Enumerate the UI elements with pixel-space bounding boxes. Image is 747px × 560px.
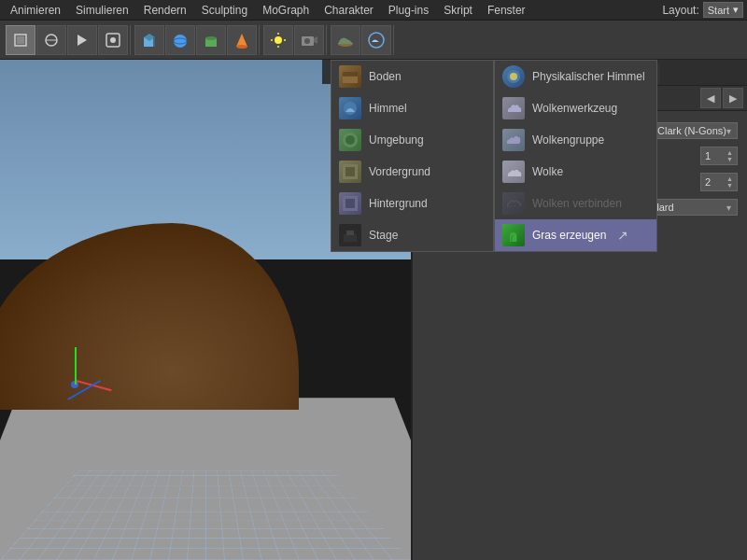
tool-render[interactable] [98,25,128,55]
menu-skript[interactable]: Skript [437,2,479,19]
layout-section: Layout: Start ▾ [662,2,743,18]
chevron-down-icon: ▾ [733,4,739,16]
wolkengruppe-label: Wolkengruppe [532,133,604,147]
toolbar-group-objects [133,25,260,55]
panel-scroll-left[interactable]: ◀ [700,88,721,108]
menu-bar: Animieren Simulieren Rendern Sculpting M… [0,0,747,21]
prop-spinner-arrows-renderer: ▲▼ [726,175,733,189]
prop-spinner-arrows-editor: ▲▼ [726,149,733,162]
dropdown-item-umgebung[interactable]: Umgebung [331,124,493,156]
dropdown-item-hintergrund[interactable]: Hintergrund [331,188,493,219]
dropdown-item-wolke[interactable]: Wolke [495,156,656,188]
boden-label: Boden [369,70,402,83]
wolke-label: Wolke [532,165,563,178]
wolkenwerkzeug-label: Wolkenwerkzeug [532,102,617,115]
prop-text-editor: 1 [705,150,711,161]
menu-mograph[interactable]: MoGraph [256,2,316,19]
wolken-verbinden-label: Wolken verbinden [532,197,622,210]
svg-rect-26 [343,76,358,83]
tool-animate[interactable] [67,25,97,55]
tool-sky[interactable] [361,25,391,55]
main-toolbar [0,21,747,60]
layout-dropdown[interactable]: Start ▾ [703,2,743,18]
wolke-icon [502,161,525,183]
tool-model[interactable] [6,25,35,55]
umgebung-label: Umgebung [369,133,424,147]
menu-animieren[interactable]: Animieren [4,2,67,19]
tool-cylinder[interactable] [196,25,226,55]
cursor-indicator: ↗ [617,228,628,243]
stage-icon [339,224,361,246]
dropdown-col1: Boden Himmel Umgebung Vordergrund Hinter… [331,60,494,252]
svg-point-16 [275,36,282,44]
dropdown-item-phys-himmel[interactable]: Physikalischer Himmel [495,61,656,92]
stage-label: Stage [369,229,398,242]
prop-value-renderer[interactable]: 2 ▲▼ [700,173,738,191]
svg-point-38 [510,73,517,80]
svg-rect-27 [343,72,358,77]
menu-simulieren[interactable]: Simulieren [69,2,135,19]
prop-value-editor[interactable]: 1 ▲▼ [700,147,738,165]
tool-cube[interactable] [134,25,164,55]
gras-erzeugen-label: Gras erzeugen [532,229,606,242]
svg-point-15 [236,45,247,49]
svg-rect-1 [17,36,24,44]
tool-sphere[interactable] [165,25,195,55]
menu-sculpting[interactable]: Sculpting [195,2,254,19]
himmel-label: Himmel [369,102,407,115]
phys-himmel-icon [502,65,525,88]
svg-rect-36 [346,231,354,235]
toolbar-group-lights [261,25,327,55]
umgebung-icon [339,129,361,151]
svg-marker-14 [236,34,247,47]
svg-point-13 [205,36,217,40]
wolkenwerkzeug-icon [502,97,525,119]
phys-himmel-label: Physikalischer Himmel [532,70,645,83]
svg-rect-35 [344,234,357,242]
boden-icon [339,65,361,88]
hintergrund-icon [339,192,361,215]
menu-rendern[interactable]: Rendern [137,2,193,19]
tool-texture[interactable] [36,25,66,55]
vordergrund-label: Vordergrund [369,165,430,178]
dropdown-col2: Physikalischer Himmel Wolkenwerkzeug Wol… [494,60,657,252]
tool-light[interactable] [263,25,293,55]
dropdown-item-wolken-verbinden: Wolken verbinden [495,188,656,219]
prop-dropdown-arrow-typ: ▾ [726,126,731,136]
toolbar-group-deformers [329,25,394,55]
svg-marker-4 [78,35,87,46]
svg-rect-34 [345,199,355,208]
svg-point-6 [110,37,116,43]
layout-value: Start [708,5,729,16]
dropdown-item-wolkengruppe[interactable]: Wolkengruppe [495,124,656,156]
dropdown-item-stage[interactable]: Stage [331,219,493,251]
layout-label: Layout: [662,4,698,17]
tool-camera[interactable] [294,25,324,55]
vordergrund-icon [339,161,361,183]
dropdown-item-boden[interactable]: Boden [331,61,493,92]
dropdown-item-vordergrund[interactable]: Vordergrund [331,156,493,188]
gras-erzeugen-icon [502,224,525,246]
svg-point-23 [304,38,310,44]
svg-rect-30 [345,135,355,145]
toolbar-group-mode [4,25,131,55]
dropdown-item-gras-erzeugen[interactable]: Gras erzeugen ↗ [495,219,656,251]
menu-charakter[interactable]: Charakter [317,2,380,19]
svg-point-10 [174,35,187,48]
hintergrund-label: Hintergrund [369,197,428,210]
object-dropdown-menu: Boden Himmel Umgebung Vordergrund Hinter… [331,60,657,252]
svg-marker-9 [153,37,155,47]
dropdown-item-wolkenwerkzeug[interactable]: Wolkenwerkzeug [495,92,656,124]
panel-scroll-right[interactable]: ▶ [723,88,743,108]
tool-cone[interactable] [227,25,257,55]
dropdown-item-himmel[interactable]: Himmel [331,92,493,124]
prop-text-renderer: 2 [705,176,711,188]
tool-environment[interactable] [331,25,360,55]
svg-rect-32 [345,167,355,176]
gizmo-y-axis [75,347,77,385]
menu-fenster[interactable]: Fenster [481,2,532,19]
himmel-icon [339,97,361,119]
wolken-verbinden-icon [502,192,525,215]
wolkengruppe-icon [502,129,525,151]
menu-plugins[interactable]: Plug-ins [382,2,435,19]
